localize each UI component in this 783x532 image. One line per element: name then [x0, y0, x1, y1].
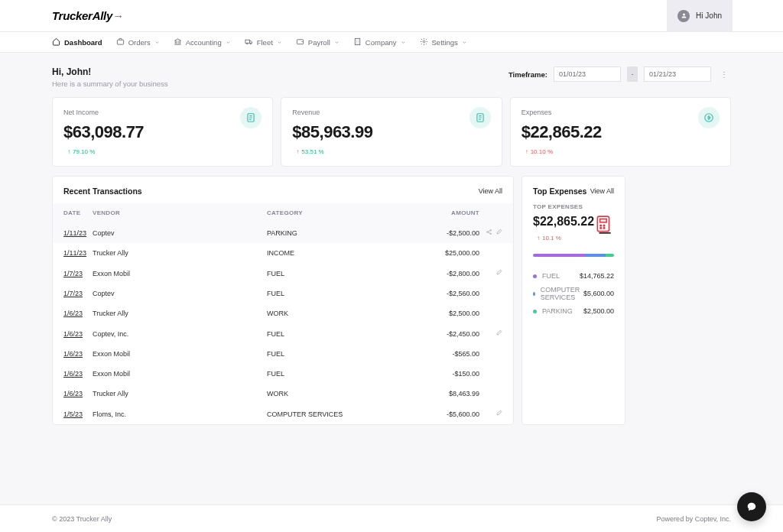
row-vendor: Trucker Ally	[93, 249, 267, 257]
row-actions	[479, 329, 502, 338]
row-vendor: Trucker Ally	[93, 310, 267, 317]
top-expenses-delta: ↑ 10.1 %	[533, 233, 565, 243]
money-icon	[698, 107, 720, 128]
card-title: Expenses	[521, 109, 720, 116]
col-category: CATEGORY	[267, 209, 389, 216]
avatar-icon	[677, 10, 690, 22]
table-row: 1/11/23 Coptev PARKING -$2,500.00	[53, 222, 513, 243]
nav-settings[interactable]: Settings	[420, 37, 467, 47]
nav-accounting[interactable]: Accounting	[174, 37, 231, 47]
svg-point-13	[490, 233, 492, 235]
expenses-card: Expenses $22,865.22 ↑ 10.10 %	[510, 97, 731, 167]
row-date[interactable]: 1/11/23	[63, 229, 93, 237]
nav-label: Orders	[128, 38, 151, 47]
row-date[interactable]: 1/6/23	[63, 310, 93, 317]
col-amount: AMOUNT	[389, 209, 479, 216]
nav-company[interactable]: Company	[353, 37, 406, 47]
user-menu[interactable]: Hi John	[667, 0, 733, 31]
row-amount: -$2,800.00	[389, 270, 479, 277]
row-actions	[479, 269, 502, 277]
timeframe-to-input[interactable]	[644, 66, 711, 82]
row-date[interactable]: 1/6/23	[63, 370, 93, 378]
document-icon	[469, 107, 491, 128]
color-dot-icon	[533, 274, 537, 278]
card-delta: ↑ 79.10 %	[63, 147, 99, 157]
greeting-row: Hi, John! Here is a summary of your busi…	[52, 66, 731, 88]
split-icon[interactable]	[486, 229, 492, 237]
table-row: 1/5/23 Floms, Inc. COMPUTER SERVICES -$5…	[53, 404, 513, 424]
main-nav: DashboardOrdersAccountingFleetPayrollCom…	[0, 31, 783, 53]
row-date[interactable]: 1/6/23	[63, 390, 93, 397]
nav-label: Company	[366, 38, 397, 47]
row-date[interactable]: 1/6/23	[63, 350, 93, 358]
panel-title: Recent Transactions	[63, 187, 142, 196]
svg-rect-15	[600, 219, 607, 222]
table-row: 1/7/23 Exxon Mobil FUEL -$2,800.00	[53, 263, 513, 284]
briefcase-icon	[116, 37, 125, 47]
chevron-down-icon	[462, 38, 467, 47]
table-row: 1/6/23 Trucker Ally WORK $2,500.00	[53, 303, 513, 323]
table-row: 1/6/23 Coptev, Inc. FUEL -$2,450.00	[53, 323, 513, 344]
logo-arrow-icon: →	[112, 9, 124, 22]
row-vendor: Coptev, Inc.	[93, 330, 267, 338]
more-options-icon[interactable]: ⋮	[717, 70, 731, 79]
greeting-subtitle: Here is a summary of your business	[52, 79, 168, 88]
view-all-link[interactable]: View All	[479, 187, 502, 195]
recent-transactions-panel: Recent Transactions View All DATE VENDOR…	[52, 176, 514, 425]
chat-button[interactable]	[737, 492, 766, 521]
card-value: $22,865.22	[521, 122, 720, 142]
calculator-icon	[594, 215, 614, 235]
svg-point-3	[246, 43, 247, 44]
row-date[interactable]: 1/11/23	[63, 249, 93, 257]
nav-label: Settings	[432, 38, 458, 47]
view-all-link[interactable]: View All	[590, 187, 614, 195]
top-expenses-value: $22,865.22	[533, 215, 594, 229]
row-amount: -$2,500.00	[389, 229, 479, 237]
row-amount: -$5,600.00	[389, 410, 479, 418]
expense-line: FUEL $14,765.22	[533, 269, 614, 283]
nav-payroll[interactable]: Payroll	[296, 37, 340, 47]
row-category: FUEL	[267, 330, 389, 338]
arrow-up-icon: ↑	[537, 235, 540, 242]
nav-orders[interactable]: Orders	[116, 37, 160, 47]
table-row: 1/6/23 Exxon Mobil FUEL -$150.00	[53, 364, 513, 384]
svg-point-12	[490, 230, 492, 232]
row-vendor: Coptev	[93, 290, 267, 297]
timeframe-from-input[interactable]	[554, 66, 621, 82]
row-category: FUEL	[267, 350, 389, 358]
row-category: PARKING	[267, 229, 389, 237]
building-icon	[353, 37, 362, 47]
row-category: INCOME	[267, 249, 389, 257]
expense-line: PARKING $2,500.00	[533, 304, 614, 318]
card-delta: ↑ 10.10 %	[521, 147, 557, 157]
nav-label: Dashboard	[64, 38, 102, 47]
expense-amount: $5,600.00	[583, 290, 614, 297]
top-expenses-label: TOP EXPENSES	[533, 203, 614, 210]
row-date[interactable]: 1/7/23	[63, 290, 93, 297]
edit-icon[interactable]	[495, 269, 502, 277]
edit-icon[interactable]	[495, 410, 502, 418]
edit-icon[interactable]	[495, 229, 502, 237]
footer-right: Powered by Coptev, Inc.	[657, 515, 731, 523]
edit-icon[interactable]	[495, 329, 502, 338]
nav-label: Accounting	[186, 38, 222, 47]
brand-name: TruckerAlly	[52, 9, 112, 22]
row-date[interactable]: 1/7/23	[63, 270, 93, 277]
row-vendor: Floms, Inc.	[93, 410, 267, 418]
nav-fleet[interactable]: Fleet	[245, 37, 282, 47]
home-icon	[52, 37, 60, 47]
color-dot-icon	[533, 310, 537, 313]
expense-name: PARKING	[533, 307, 573, 315]
row-category: FUEL	[267, 290, 389, 297]
expense-name: FUEL	[533, 272, 560, 280]
expense-breakdown-bar	[533, 254, 614, 257]
nav-dashboard[interactable]: Dashboard	[52, 37, 102, 47]
row-date[interactable]: 1/6/23	[63, 330, 93, 338]
row-category: WORK	[267, 390, 389, 397]
expense-amount: $14,765.22	[580, 272, 614, 280]
svg-point-4	[250, 43, 251, 44]
footer: © 2023 Trucker Ally Powered by Coptev, I…	[0, 504, 783, 532]
card-value: $63,098.77	[63, 122, 262, 142]
row-date[interactable]: 1/5/23	[63, 410, 93, 418]
svg-point-16	[600, 225, 602, 226]
